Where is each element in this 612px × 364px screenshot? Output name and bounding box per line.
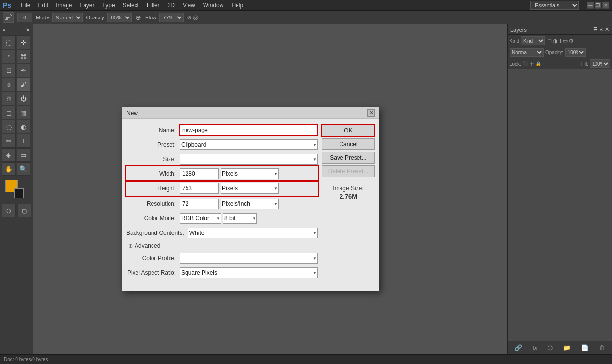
delete-layer-icon[interactable]: 🗑: [599, 344, 605, 351]
window-controls: — ❐ ✕: [587, 2, 609, 9]
menu-window[interactable]: Window: [201, 1, 226, 10]
name-input[interactable]: [180, 125, 318, 135]
resolution-input[interactable]: [180, 199, 219, 209]
save-preset-button[interactable]: Save Preset...: [322, 152, 375, 164]
tool-eyedropper[interactable]: ✒: [17, 64, 30, 77]
menu-help[interactable]: Help: [229, 1, 245, 10]
menu-type[interactable]: Type: [101, 1, 117, 10]
tool-zoom[interactable]: 🔍: [17, 162, 30, 176]
layers-opacity-select[interactable]: 100%: [565, 48, 586, 57]
tool-eraser[interactable]: ◻: [2, 106, 16, 119]
mode-select[interactable]: Normal: [52, 13, 83, 22]
tool-path[interactable]: ◈: [2, 148, 16, 162]
cancel-button[interactable]: Cancel: [322, 138, 375, 150]
tool-heal[interactable]: ⌾: [2, 78, 16, 91]
layers-kind-bar: Kind Kind ◻ ◑ T ▭ ⚙: [508, 35, 612, 47]
layers-panel-close[interactable]: ✕: [605, 26, 609, 33]
height-unit-select[interactable]: Pixels Inches: [221, 183, 279, 194]
bg-contents-select[interactable]: White Background Color Transparent: [188, 228, 318, 238]
preset-select[interactable]: Clipboard Default Photoshop Size U.S. Pa…: [180, 139, 318, 150]
layer-filter-pixel[interactable]: ◻: [547, 38, 552, 44]
menu-view[interactable]: View: [181, 1, 197, 10]
dialog-close-button[interactable]: ✕: [367, 109, 375, 117]
pixel-aspect-select[interactable]: Square Pixels D1/DV NTSC (0.91): [180, 267, 318, 278]
workspace-select[interactable]: Essentials: [530, 1, 579, 10]
tool-lasso[interactable]: ⌖: [2, 50, 16, 63]
layer-filter-type[interactable]: T: [559, 38, 562, 44]
close-button[interactable]: ✕: [602, 2, 609, 9]
layer-filter-adj[interactable]: ◑: [553, 38, 558, 44]
tool-blur[interactable]: ◌: [2, 120, 16, 133]
menu-layer[interactable]: Layer: [78, 1, 97, 10]
close-tools[interactable]: ✕: [26, 27, 30, 33]
tool-marquee[interactable]: ⬚: [2, 35, 16, 49]
tool-move[interactable]: ✛: [17, 35, 30, 49]
create-group-icon[interactable]: 📁: [563, 344, 571, 351]
tool-dodge[interactable]: ◐: [17, 120, 30, 133]
smoothing2-icon[interactable]: ◎: [193, 14, 198, 21]
layer-filter-shape[interactable]: ▭: [563, 38, 568, 44]
add-effect-icon[interactable]: fx: [532, 344, 537, 351]
height-input[interactable]: [180, 183, 219, 194]
menu-file[interactable]: File: [19, 1, 32, 10]
opacity-select[interactable]: 85%: [107, 13, 132, 22]
tool-pen[interactable]: ✏: [2, 134, 16, 148]
resolution-unit-select[interactable]: Pixels/Inch Pixels/Centimeter: [221, 199, 279, 209]
layers-panel: Layers ☰ « ✕ Kind Kind ◻ ◑ T ▭ ⚙: [508, 24, 612, 354]
tool-brush[interactable]: 🖌: [17, 78, 30, 91]
tool-quick-mask[interactable]: ⬡: [2, 204, 16, 217]
layers-blend-select[interactable]: Normal: [510, 48, 544, 57]
tool-crop[interactable]: ⊡: [2, 64, 16, 77]
tool-magic-wand[interactable]: ⌘: [17, 50, 30, 63]
brush-size-input[interactable]: [17, 13, 32, 22]
ok-button[interactable]: OK: [322, 125, 375, 136]
layer-filter-smart[interactable]: ⚙: [569, 38, 574, 44]
menu-3d[interactable]: 3D: [166, 1, 177, 10]
tool-text[interactable]: T: [17, 134, 30, 148]
tool-clone[interactable]: ⎘: [2, 92, 16, 105]
layers-panel-menu[interactable]: ☰: [593, 26, 598, 33]
lock-all-icon[interactable]: 🔒: [535, 61, 541, 66]
size-select[interactable]: [180, 154, 318, 165]
menu-select[interactable]: Select: [121, 1, 141, 10]
width-input[interactable]: [180, 168, 219, 179]
airbrush-icon[interactable]: ⊕: [136, 14, 141, 21]
menu-edit[interactable]: Edit: [36, 1, 50, 10]
tool-screen-mode[interactable]: ▢: [17, 204, 31, 217]
tool-gradient[interactable]: ▦: [17, 106, 30, 119]
collapse-tools-left[interactable]: «: [3, 27, 6, 33]
lock-position-icon[interactable]: ✛: [530, 61, 534, 66]
layers-fill-select[interactable]: 100%: [590, 59, 610, 68]
layers-kind-select[interactable]: Kind: [521, 36, 545, 45]
brush-icon[interactable]: 🖌: [3, 12, 14, 23]
background-color[interactable]: [14, 188, 24, 198]
color-profile-select[interactable]: Working RGB: sRGB IEC61966-2.1 Don't Col…: [180, 253, 318, 264]
restore-button[interactable]: ❐: [595, 2, 601, 9]
layers-panel-collapse[interactable]: «: [600, 26, 603, 33]
add-link-icon[interactable]: 🔗: [514, 344, 522, 351]
menu-image[interactable]: Image: [54, 1, 74, 10]
minimize-button[interactable]: —: [587, 2, 594, 9]
advanced-toggle[interactable]: ⊕: [128, 243, 133, 249]
delete-preset-button[interactable]: Delete Preset...: [322, 165, 375, 177]
tool-hand[interactable]: ✋: [2, 162, 16, 176]
new-document-dialog: New ✕ Name: Preset:: [122, 107, 379, 291]
layers-bottom-bar: 🔗 fx ⬡ 📁 📄 🗑: [508, 341, 612, 354]
menu-filter[interactable]: Filter: [145, 1, 162, 10]
create-layer-icon[interactable]: 📄: [581, 344, 589, 351]
tool-shape[interactable]: ▭: [17, 148, 30, 162]
advanced-divider: [164, 246, 316, 246]
flow-select[interactable]: 77%: [159, 13, 184, 22]
color-swatches: [1, 180, 32, 200]
bg-contents-row: Background Contents: White Background Co…: [126, 228, 318, 238]
smoothing-icon[interactable]: ⌀: [187, 14, 191, 21]
color-mode-select[interactable]: RGB Color CMYK Color Grayscale: [180, 213, 221, 224]
tool-history[interactable]: ⏻: [17, 92, 30, 105]
add-mask-icon[interactable]: ⬡: [547, 344, 553, 351]
color-depth-select[interactable]: 8 bit 16 bit 32 bit: [223, 213, 257, 224]
lock-pixels-icon[interactable]: ⬛: [523, 61, 528, 66]
name-label: Name:: [126, 127, 180, 133]
width-row: Width: Pixels Inches ▼: [126, 166, 318, 181]
mode-item: Mode: Normal: [36, 13, 83, 22]
width-unit-select[interactable]: Pixels Inches: [221, 168, 279, 179]
